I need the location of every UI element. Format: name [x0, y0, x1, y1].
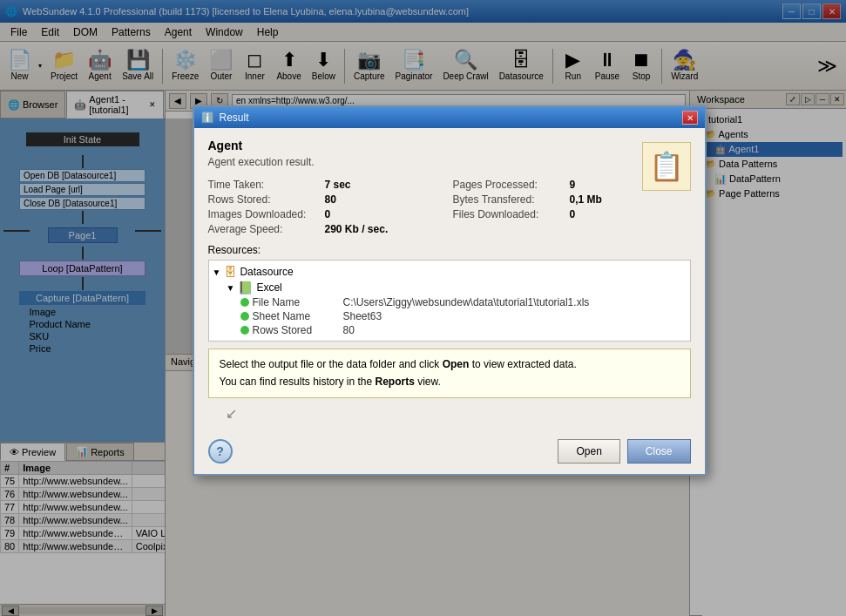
modal-footer-left: ? — [208, 439, 552, 464]
resources-label: Resources: — [208, 244, 691, 256]
stat-bytes-transferred: Bytes Transfered: 0,1 Mb — [453, 193, 691, 206]
modal-section-title: Agent — [208, 139, 691, 152]
info-line2: You can find results history in the Repo… — [220, 374, 680, 390]
modal-footer: ? Open Close — [194, 432, 705, 474]
modal-notebook-icon: 📋 — [642, 142, 691, 191]
modal-body: 📋 Agent Agent execution result. Time Tak… — [194, 128, 705, 431]
open-button[interactable]: Open — [558, 439, 619, 464]
resources-section: Resources: ▼ 🗄 Datasource ▼ 📗 Excel — [208, 244, 691, 342]
green-dot-filename — [240, 298, 249, 307]
result-modal: ℹ️ Result ✕ 📋 Agent Agent execution resu… — [193, 105, 707, 475]
stat-time-taken: Time Taken: 7 sec — [208, 179, 446, 191]
green-dot-rows — [240, 326, 249, 335]
excel-folder-icon: 📗 — [238, 281, 253, 294]
modal-title-text: Result — [220, 112, 249, 124]
modal-title-bar: ℹ️ Result ✕ — [194, 107, 705, 128]
stat-avg-speed: Average Speed: 290 Kb / sec. — [208, 223, 446, 235]
modal-footer-right: Open Close — [558, 439, 690, 464]
close-modal-button[interactable]: Close — [627, 439, 691, 464]
modal-info-icon: ℹ️ — [201, 112, 214, 124]
modal-close-button[interactable]: ✕ — [682, 111, 698, 125]
tree-filename: File Name C:\Users\Ziggy\websundew\data\… — [213, 295, 687, 309]
down-arrow-icon: ↙ — [226, 405, 237, 422]
tree-rowsstored: Rows Stored 80 — [213, 323, 687, 337]
stat-rows-stored: Rows Stored: 80 — [208, 193, 446, 206]
modal-overlay: ℹ️ Result ✕ 📋 Agent Agent execution resu… — [0, 0, 846, 616]
modal-subtitle: Agent execution result. — [208, 156, 691, 168]
stats-grid: Time Taken: 7 sec Pages Processed: 9 Row… — [208, 179, 691, 235]
green-dot-sheetname — [240, 312, 249, 321]
excel-expand-icon: ▼ — [227, 283, 235, 293]
tree-excel[interactable]: ▼ 📗 Excel — [213, 280, 687, 295]
resources-tree: ▼ 🗄 Datasource ▼ 📗 Excel File Name — [208, 260, 691, 342]
expand-icon: ▼ — [213, 267, 221, 277]
info-line1: Select the output file or the data folde… — [220, 356, 680, 373]
modal-title-left: ℹ️ Result — [201, 112, 249, 124]
tree-sheetname: Sheet Name Sheet63 — [213, 309, 687, 323]
tree-datasource[interactable]: ▼ 🗄 Datasource — [213, 264, 687, 280]
stat-images-downloaded: Images Downloaded: 0 — [208, 208, 446, 220]
arrow-indicator: ↙ — [226, 405, 691, 422]
info-box: Select the output file or the data folde… — [208, 349, 691, 397]
datasource-folder-icon: 🗄 — [224, 265, 236, 279]
help-button[interactable]: ? — [208, 439, 233, 464]
stat-files-downloaded: Files Downloaded: 0 — [453, 208, 691, 220]
